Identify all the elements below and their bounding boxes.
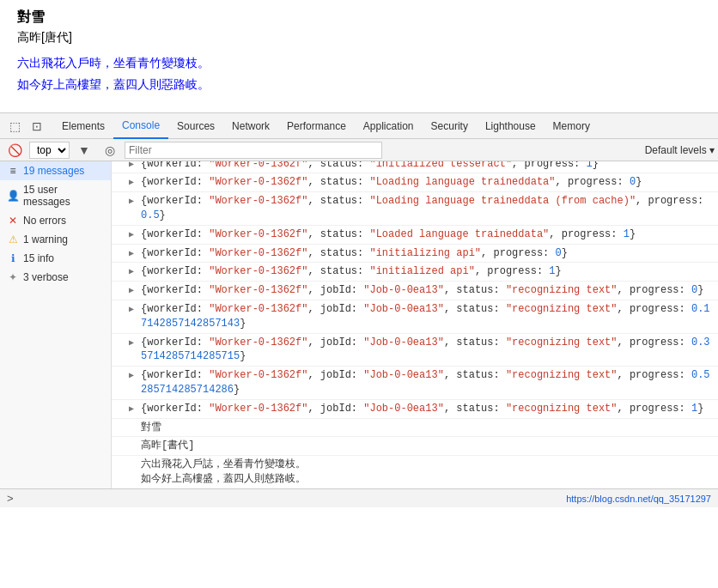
device-icon[interactable]: ⊡ [26,115,48,137]
devtools-tabs: ⬚ ⊡ Elements Console Sources Network Per… [0,113,718,139]
page-subtitle: 高昨[唐代] [17,30,701,45]
errors-icon: ✕ [7,215,19,227]
verbose-icon: ✦ [7,271,19,283]
user-messages-icon: 👤 [7,190,19,202]
tab-security[interactable]: Security [423,113,477,139]
console-bottom-bar: > https://blog.csdn.net/qq_35171297 [0,488,718,507]
log-indicator-icon [115,246,127,247]
log-indicator-icon [115,283,127,284]
default-levels-selector[interactable]: Default levels ▾ [645,144,715,156]
log-entry: ▶{workerId: "Worker-0-1362f", jobId: "Jo… [112,367,718,400]
log-text: 六出飛花入戶誌，坐看青竹變瓊枝。 如今好上高樓盛，蓋四人則慈路岐。 [141,458,715,487]
log-expand-arrow[interactable]: ▶ [129,264,139,276]
log-expand-arrow[interactable]: ▶ [129,368,139,380]
log-entry: ▶{workerId: "Worker-0-1362f", jobId: "Jo… [112,334,718,367]
all-messages-icon: ≡ [7,165,19,177]
log-indicator-icon [115,439,127,439]
log-expand-arrow[interactable]: ▶ [129,227,139,239]
regex-icon[interactable]: ◎ [99,139,121,161]
log-expand-arrow[interactable]: ▶ [129,175,139,187]
sidebar-item-errors[interactable]: ✕ No errors [0,211,111,230]
log-indicator-icon [115,302,127,303]
log-expand-arrow[interactable] [129,439,139,440]
log-indicator-icon [115,336,127,336]
log-entry: ▶{workerId: "Worker-0-1362f", status: "L… [112,192,718,226]
tab-performance[interactable]: Performance [278,113,355,139]
log-entry: 高昨[書代] [112,437,718,456]
tab-sources[interactable]: Sources [168,113,223,139]
log-entry: 對雪 [112,419,718,438]
log-expand-arrow[interactable]: ▶ [129,402,139,414]
log-indicator-icon [115,421,127,421]
console-toolbar: 🚫 top ▼ ◎ Default levels ▾ [0,139,718,161]
log-expand-arrow[interactable]: ▶ [129,161,139,168]
clear-console-button[interactable]: 🚫 [3,139,26,161]
console-sidebar: ≡ 19 messages 👤 15 user messages ✕ No er… [0,161,112,488]
sidebar-item-user-label: 15 user messages [23,184,104,208]
log-expand-arrow[interactable]: ▶ [129,194,139,206]
log-entry: ▶{workerId: "Worker-0-1362f", status: "i… [112,263,718,282]
log-entry: ▶{workerId: "Worker-0-1362f", status: "i… [112,161,718,173]
inspect-icon[interactable]: ⬚ [3,115,26,137]
filter-icon[interactable]: ▼ [73,139,95,161]
context-selector[interactable]: top [29,142,70,159]
log-entry: ▶{workerId: "Worker-0-1362f", status: "L… [112,173,718,192]
sidebar-item-verbose-label: 3 verbose [23,271,69,283]
tab-memory[interactable]: Memory [545,113,599,139]
log-text: 高昨[書代] [141,439,715,453]
log-text: {workerId: "Worker-0-1362f", status: "in… [141,246,715,261]
log-entry: ▶{workerId: "Worker-0-1362f", jobId: "Jo… [112,400,718,419]
log-expand-arrow[interactable]: ▶ [129,336,139,348]
sidebar-item-info-label: 15 info [23,252,54,264]
log-entry: ▶{workerId: "Worker-0-1362f", status: "L… [112,226,718,245]
page-content: 對雪 高昨[唐代] 六出飛花入戶時，坐看青竹變瓊枝。 如今好上高樓望，蓋四人則惡… [0,0,718,112]
log-entry: ▶{workerId: "Worker-0-1362f", jobId: "Jo… [112,282,718,300]
filter-input[interactable] [125,142,382,159]
log-expand-arrow[interactable]: ▶ [129,246,139,258]
warnings-icon: ⚠ [7,233,19,246]
log-indicator-icon [115,227,127,228]
sidebar-item-errors-label: No errors [23,215,66,227]
log-text: {workerId: "Worker-0-1362f", status: "in… [141,264,715,279]
log-indicator-icon [115,458,127,458]
sidebar-item-warnings[interactable]: ⚠ 1 warning [0,230,111,249]
log-indicator-icon [115,194,127,195]
log-expand-arrow[interactable] [129,421,139,422]
page-title: 對雪 [17,9,701,27]
log-expand-arrow[interactable] [129,458,139,459]
log-entry: ▶{workerId: "Worker-0-1362f", status: "i… [112,245,718,264]
log-indicator-icon [115,368,127,369]
tab-lighthouse[interactable]: Lighthouse [477,113,545,139]
tab-console[interactable]: Console [113,113,168,139]
log-text: {workerId: "Worker-0-1362f", jobId: "Job… [141,283,715,298]
console-prompt-arrow[interactable]: > [7,492,14,505]
sidebar-item-verbose[interactable]: ✦ 3 verbose [0,268,111,287]
tab-application[interactable]: Application [355,113,423,139]
bottom-url: https://blog.csdn.net/qq_35171297 [566,494,711,504]
log-expand-arrow[interactable]: ▶ [129,283,139,295]
sidebar-item-info[interactable]: ℹ 15 info [0,249,111,268]
info-icon: ℹ [7,252,19,264]
sidebar-item-warnings-label: 1 warning [23,233,68,246]
log-text: {workerId: "Worker-0-1362f", jobId: "Job… [141,302,715,331]
log-text: {workerId: "Worker-0-1362f", status: "in… [141,161,715,171]
devtools-panel: ⬚ ⊡ Elements Console Sources Network Per… [0,112,718,507]
devtools-main: ≡ 19 messages 👤 15 user messages ✕ No er… [0,161,718,488]
log-text: {workerId: "Worker-0-1362f", status: "Lo… [141,194,715,223]
poem-line2: 如今好上高樓望，蓋四人則惡路岐。 [17,74,701,95]
page-poem: 六出飛花入戶時，坐看青竹變瓊枝。 如今好上高樓望，蓋四人則惡路岐。 [17,52,701,95]
console-log-area[interactable]: ▶[Violation] Avoid using document.write(… [112,161,718,488]
log-expand-arrow[interactable]: ▶ [129,302,139,314]
sidebar-item-all[interactable]: ≡ 19 messages [0,161,111,180]
log-indicator-icon [115,175,127,176]
log-indicator-icon [115,264,127,265]
poem-line1: 六出飛花入戶時，坐看青竹變瓊枝。 [17,52,701,74]
tab-elements[interactable]: Elements [53,113,113,139]
log-text: {workerId: "Worker-0-1362f", status: "Lo… [141,227,715,242]
log-text: {workerId: "Worker-0-1362f", status: "Lo… [141,175,715,190]
log-entry: 六出飛花入戶誌，坐看青竹變瓊枝。 如今好上高樓盛，蓋四人則慈路岐。 [112,456,718,488]
sidebar-item-user[interactable]: 👤 15 user messages [0,180,111,211]
tab-network[interactable]: Network [223,113,278,139]
devtools-icons: ⬚ ⊡ [3,115,48,137]
log-indicator-icon [115,402,127,403]
